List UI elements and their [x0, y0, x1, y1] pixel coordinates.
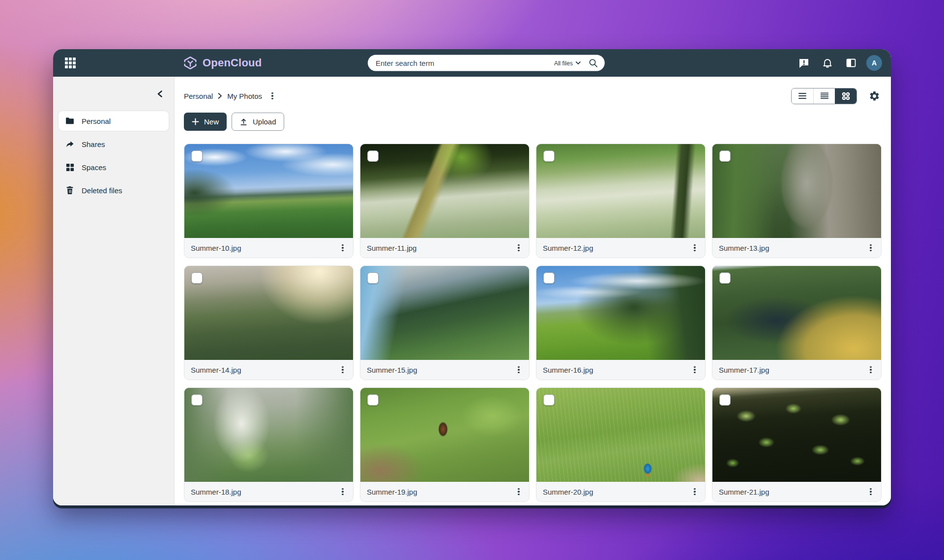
file-tile[interactable]: Summer-10.jpg [184, 144, 354, 258]
file-tile[interactable]: Summer-13.jpg [712, 144, 882, 258]
file-thumbnail[interactable] [360, 144, 529, 238]
file-thumbnail[interactable] [536, 388, 705, 482]
file-name: Summer-12.jpg [543, 244, 593, 252]
file-select-checkbox[interactable] [719, 150, 731, 162]
search-scope-dropdown[interactable]: All files [550, 59, 585, 66]
file-thumbnail[interactable] [712, 266, 881, 360]
bell-icon [822, 57, 833, 69]
file-context-menu-button[interactable] [689, 364, 700, 376]
file-thumbnail[interactable] [184, 388, 353, 482]
share-icon [65, 139, 75, 149]
file-tile[interactable]: Summer-20.jpg [536, 387, 706, 502]
view-switcher [791, 88, 857, 104]
file-context-menu-button[interactable] [513, 242, 524, 254]
upload-button[interactable]: Upload [232, 113, 284, 131]
view-tiles-button[interactable] [835, 88, 856, 104]
file-context-menu-button[interactable] [865, 242, 876, 254]
file-thumbnail[interactable] [184, 144, 353, 238]
sidebar-item-shares[interactable]: Shares [59, 134, 169, 154]
list-view-icon [798, 92, 807, 99]
chevron-right-icon [218, 93, 222, 99]
file-tile[interactable]: Summer-12.jpg [536, 144, 706, 258]
file-tile[interactable]: Summer-15.jpg [360, 265, 530, 380]
file-thumbnail[interactable] [536, 144, 705, 238]
file-context-menu-button[interactable] [689, 486, 700, 498]
view-options-button[interactable] [867, 88, 882, 103]
file-select-checkbox[interactable] [543, 150, 555, 162]
file-select-checkbox[interactable] [367, 150, 379, 162]
file-tile[interactable]: Summer-11.jpg [360, 144, 530, 258]
sidebar-panel-icon [845, 57, 857, 69]
upload-icon [239, 118, 248, 126]
file-tile[interactable]: Summer-17.jpg [712, 265, 882, 380]
file-thumbnail[interactable] [536, 266, 705, 360]
file-name: Summer-21.jpg [719, 488, 769, 496]
file-context-menu-button[interactable] [337, 364, 348, 376]
search-submit-button[interactable] [585, 59, 599, 68]
right-sidebar-toggle-button[interactable] [843, 55, 859, 71]
new-button[interactable]: New [184, 113, 227, 131]
app-switcher-button[interactable] [62, 55, 79, 71]
file-thumbnail[interactable] [184, 266, 353, 360]
file-actions-toolbar: New Upload [184, 113, 882, 131]
file-tile[interactable]: Summer-16.jpg [536, 265, 706, 380]
app-logo: OpenCloud [183, 56, 262, 70]
file-name: Summer-18.jpg [191, 488, 241, 496]
notifications-button[interactable] [819, 55, 836, 71]
file-context-menu-button[interactable] [865, 364, 876, 376]
file-select-checkbox[interactable] [543, 272, 555, 284]
file-context-menu-button[interactable] [513, 364, 524, 376]
file-thumbnail[interactable] [712, 144, 881, 238]
file-thumbnail[interactable] [360, 388, 529, 482]
file-context-menu-button[interactable] [689, 242, 700, 254]
file-select-checkbox[interactable] [191, 272, 203, 284]
file-tile[interactable]: Summer-14.jpg [184, 265, 354, 380]
file-select-checkbox[interactable] [719, 272, 731, 284]
file-context-menu-button[interactable] [513, 486, 524, 498]
folder-icon [65, 116, 75, 126]
file-select-checkbox[interactable] [367, 394, 379, 406]
file-name: Summer-11.jpg [367, 244, 416, 252]
file-name: Summer-10.jpg [191, 244, 241, 252]
main-content: Personal My Photos [175, 77, 891, 505]
sidebar-collapse-button[interactable] [153, 88, 166, 100]
chevron-down-icon [576, 61, 581, 65]
chevron-left-icon [157, 90, 163, 97]
file-thumbnail[interactable] [360, 266, 529, 360]
file-select-checkbox[interactable] [191, 150, 203, 162]
file-context-menu-button[interactable] [337, 486, 348, 498]
gear-icon [869, 90, 880, 102]
file-select-checkbox[interactable] [719, 394, 731, 406]
sidebar-item-spaces[interactable]: Spaces [59, 157, 169, 177]
sidebar-nav: Personal Shares Spaces Deleted files [53, 111, 174, 200]
feedback-bubble-icon [798, 57, 810, 69]
app-window: OpenCloud All files [53, 49, 891, 505]
breadcrumb-context-menu-button[interactable] [267, 90, 278, 102]
sidebar-item-personal[interactable]: Personal [59, 111, 169, 131]
search-input[interactable] [376, 59, 550, 67]
app-grid-icon [64, 57, 77, 69]
file-context-menu-button[interactable] [337, 242, 348, 254]
user-avatar[interactable]: A [866, 55, 882, 71]
file-select-checkbox[interactable] [367, 272, 379, 284]
file-name: Summer-20.jpg [543, 488, 593, 496]
file-name: Summer-13.jpg [719, 244, 769, 252]
left-sidebar: Personal Shares Spaces Deleted files [53, 77, 175, 505]
view-list-button[interactable] [792, 88, 813, 104]
file-tile[interactable]: Summer-18.jpg [184, 387, 354, 502]
file-thumbnail[interactable] [712, 388, 881, 482]
feedback-button[interactable] [796, 55, 812, 71]
sidebar-item-deleted-files[interactable]: Deleted files [59, 180, 169, 200]
view-condensed-button[interactable] [813, 88, 835, 104]
search-bar: All files [368, 55, 605, 71]
opencloud-logo-icon [183, 56, 198, 70]
file-tile[interactable]: Summer-19.jpg [360, 387, 530, 502]
file-select-checkbox[interactable] [191, 394, 203, 406]
breadcrumb-item-current[interactable]: My Photos [227, 92, 262, 100]
file-tile[interactable]: Summer-21.jpg [712, 387, 882, 502]
file-context-menu-button[interactable] [865, 486, 876, 498]
file-select-checkbox[interactable] [543, 394, 555, 406]
breadcrumb-item-personal[interactable]: Personal [184, 92, 213, 100]
file-name: Summer-14.jpg [191, 366, 241, 374]
file-tiles-grid: Summer-10.jpg Summer-11.jpg Summer-12.jp… [184, 144, 882, 502]
